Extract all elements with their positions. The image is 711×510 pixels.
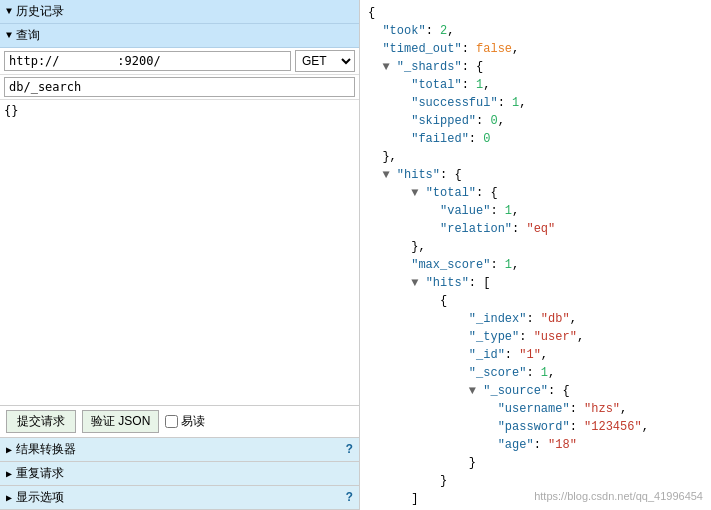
left-panel: ▼ 历史记录 ▼ 查询 GET POST PUT DELETE HEAD {} … bbox=[0, 0, 360, 510]
repeat-request-left: ▶ 重复请求 bbox=[6, 465, 64, 482]
display-options-left: ▶ 显示选项 bbox=[6, 489, 64, 506]
repeat-request-label: 重复请求 bbox=[16, 465, 64, 482]
result-transformer-help[interactable]: ? bbox=[346, 443, 353, 457]
submit-button[interactable]: 提交请求 bbox=[6, 410, 76, 433]
result-transformer-label: 结果转换器 bbox=[16, 441, 76, 458]
path-input[interactable] bbox=[4, 77, 355, 97]
easy-read-checkbox[interactable] bbox=[165, 415, 178, 428]
display-options-help[interactable]: ? bbox=[346, 491, 353, 505]
action-bar: 提交请求 验证 JSON 易读 bbox=[0, 406, 359, 438]
repeat-request-arrow: ▶ bbox=[6, 468, 12, 480]
display-options-arrow: ▶ bbox=[6, 492, 12, 504]
repeat-request-row[interactable]: ▶ 重复请求 bbox=[0, 462, 359, 486]
body-textarea[interactable]: {} bbox=[0, 100, 359, 406]
result-transformer-arrow: ▶ bbox=[6, 444, 12, 456]
query-section[interactable]: ▼ 查询 bbox=[0, 24, 359, 48]
history-label: 历史记录 bbox=[16, 3, 64, 20]
url-input[interactable] bbox=[4, 51, 291, 71]
path-row bbox=[0, 75, 359, 100]
display-options-label: 显示选项 bbox=[16, 489, 64, 506]
display-options-row[interactable]: ▶ 显示选项 ? bbox=[0, 486, 359, 510]
watermark: https://blog.csdn.net/qq_41996454 bbox=[534, 490, 703, 502]
result-transformer-row[interactable]: ▶ 结果转换器 ? bbox=[0, 438, 359, 462]
query-arrow: ▼ bbox=[6, 30, 12, 41]
easy-read-label[interactable]: 易读 bbox=[165, 413, 205, 430]
method-select[interactable]: GET POST PUT DELETE HEAD bbox=[295, 50, 355, 72]
history-arrow: ▼ bbox=[6, 6, 12, 17]
easy-read-text: 易读 bbox=[181, 413, 205, 430]
url-row: GET POST PUT DELETE HEAD bbox=[0, 48, 359, 75]
right-panel: { "took": 2, "timed_out": false, ▼ "_sha… bbox=[360, 0, 711, 510]
validate-button[interactable]: 验证 JSON bbox=[82, 410, 159, 433]
query-label: 查询 bbox=[16, 27, 40, 44]
json-output: { "took": 2, "timed_out": false, ▼ "_sha… bbox=[368, 4, 703, 510]
history-section[interactable]: ▼ 历史记录 bbox=[0, 0, 359, 24]
result-transformer-left: ▶ 结果转换器 bbox=[6, 441, 76, 458]
